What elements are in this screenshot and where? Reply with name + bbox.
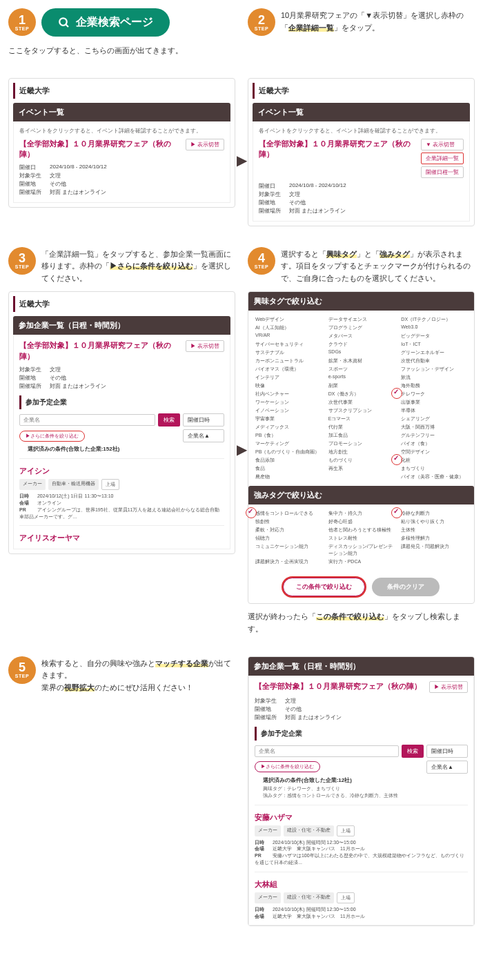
strength-tag[interactable]: 冷静な判断力 xyxy=(400,510,469,517)
interest-tag[interactable]: 映像 xyxy=(254,382,323,389)
interest-tag[interactable]: プログラミング xyxy=(327,324,396,331)
interest-tag[interactable]: テレワーク xyxy=(400,391,469,398)
interest-tag[interactable]: 農産物 xyxy=(254,473,323,480)
event-title[interactable]: 【全学部対象】１０月業界研究フェア（秋の陣） xyxy=(19,139,186,160)
interest-tag[interactable]: サブスクリプション xyxy=(327,407,396,414)
step-1-caption: ここをタップすると、こちらの画面が出てきます。 xyxy=(8,43,235,57)
interest-tag[interactable]: インテリア xyxy=(254,374,323,381)
interest-tag[interactable]: Eコマース xyxy=(327,415,396,422)
interest-tag[interactable]: 鉱業・水木資材 xyxy=(327,357,396,364)
interest-tag[interactable]: 半導体 xyxy=(400,407,469,414)
strength-tag[interactable]: 好奇心旺盛 xyxy=(327,518,396,525)
sort-name-select[interactable]: 企業名▲ xyxy=(183,429,224,442)
interest-tag[interactable]: 海外勤務 xyxy=(400,382,469,389)
interest-tag[interactable]: データサイエンス xyxy=(327,316,396,323)
strength-tag[interactable]: 主体性 xyxy=(400,527,469,533)
strength-tag[interactable]: 柔軟・対応力 xyxy=(254,527,323,533)
interest-tag[interactable]: 空間デザイン xyxy=(400,449,469,455)
interest-tag[interactable]: イノベーション xyxy=(254,407,323,414)
interest-tag[interactable]: 再生系 xyxy=(327,465,396,472)
interest-tag[interactable]: Web3.0 xyxy=(400,324,469,331)
interest-tag[interactable]: 地方創生 xyxy=(327,449,396,455)
interest-tag[interactable]: サステナブル xyxy=(254,349,323,356)
date-list-button[interactable]: 開催日程一覧 xyxy=(421,166,464,178)
interest-tag[interactable]: クラウド xyxy=(327,341,396,348)
interest-tag[interactable]: 宇宙事業 xyxy=(254,415,323,422)
apply-filter-button[interactable]: この条件で絞り込む xyxy=(283,578,365,596)
interest-tag[interactable]: ワーケーション xyxy=(254,399,323,406)
interest-tag[interactable]: PB（食） xyxy=(254,432,323,439)
strength-tag[interactable]: 粘り強くやり抜く力 xyxy=(400,518,469,525)
interest-tag[interactable]: SDGs xyxy=(327,349,396,356)
company-search-input-2[interactable] xyxy=(255,745,399,757)
company-aisin[interactable]: アイシン xyxy=(19,466,224,476)
strength-tag[interactable]: 多様性理解力 xyxy=(400,535,469,542)
interest-tag[interactable]: 加工食品 xyxy=(327,432,396,439)
strength-tag[interactable]: 感情をコントロールできる xyxy=(254,510,323,517)
strength-tag[interactable]: 課題解決力・企画実現力 xyxy=(254,558,323,565)
interest-tag[interactable]: 副業 xyxy=(327,382,396,389)
interest-tag[interactable]: 出版事業 xyxy=(400,399,469,406)
filter-more-button[interactable]: ▶さらに条件を絞り込む xyxy=(19,431,85,442)
interest-tag[interactable]: 次世代事業 xyxy=(327,399,396,406)
interest-tag[interactable]: ビッグデータ xyxy=(400,333,469,340)
strength-tag-grid[interactable]: 感情をコントロールできる集中力・持久力冷静な判断力独創性好奇心旺盛粘り強くやり抜… xyxy=(248,504,474,571)
strength-tag[interactable]: 実行力・PDCA xyxy=(327,558,396,565)
interest-tag[interactable]: DX（働き方） xyxy=(327,391,396,398)
strength-tag[interactable]: ストレス耐性 xyxy=(327,535,396,542)
interest-tag[interactable]: VR/AR xyxy=(254,333,323,340)
interest-tag[interactable]: 食品 xyxy=(254,465,323,472)
interest-tag[interactable] xyxy=(327,473,396,480)
strength-tag[interactable]: 傾聴力 xyxy=(254,535,323,542)
interest-tag[interactable]: 化粧 xyxy=(400,457,469,464)
interest-tag[interactable]: サイバーセキュリティ xyxy=(254,341,323,348)
interest-tag[interactable]: 旅流 xyxy=(400,374,469,381)
interest-tag[interactable]: Webデザイン xyxy=(254,316,323,323)
step-2-badge: 2 STEP xyxy=(248,8,275,36)
interest-tag[interactable]: グリーンエネルギー xyxy=(400,349,469,356)
interest-tag[interactable]: バイオ（食） xyxy=(400,440,469,447)
interest-tag[interactable]: まちづくり xyxy=(400,465,469,472)
interest-tag[interactable]: グルテンフリー xyxy=(400,432,469,439)
toggle-display-button[interactable]: ▶ 表示切替 xyxy=(186,139,224,150)
company-iris[interactable]: アイリスオーヤマ xyxy=(19,533,224,543)
interest-tag[interactable]: 大阪・関西万博 xyxy=(400,424,469,431)
interest-tag[interactable]: シェアリング xyxy=(400,415,469,422)
interest-tag[interactable]: ものづくり xyxy=(327,457,396,464)
interest-tag[interactable]: マーケティング xyxy=(254,440,323,447)
interest-tag[interactable]: 代行業 xyxy=(327,424,396,431)
search-button[interactable]: 検索 xyxy=(158,413,180,427)
interest-tag[interactable]: プロモーション xyxy=(327,440,396,447)
strength-tag[interactable]: 他者と関わろうとする積極性 xyxy=(327,527,396,533)
interest-tag[interactable]: バイオ（美容・医療・健康） xyxy=(400,473,469,480)
strength-tag[interactable] xyxy=(400,558,469,565)
interest-tag[interactable]: 食品添加 xyxy=(254,457,323,464)
interest-tag[interactable]: カーボンニュートラル xyxy=(254,357,323,364)
interest-tag[interactable]: ファッション・デザイン xyxy=(400,366,469,373)
interest-tag[interactable]: スポーツ xyxy=(327,366,396,373)
interest-tag[interactable]: e-sports xyxy=(327,374,396,381)
strength-tag[interactable]: 課題発見・問題解決力 xyxy=(400,543,469,557)
interest-tag[interactable]: バイオマス（環境） xyxy=(254,366,323,373)
interest-tag[interactable]: PB（ものづくり・自由商圏） xyxy=(254,449,323,455)
interest-tag[interactable]: AI（人工知能） xyxy=(254,324,323,331)
interest-tag[interactable]: メディアックス xyxy=(254,424,323,431)
interest-tag[interactable]: IoT・ICT xyxy=(400,341,469,348)
interest-tag[interactable]: DX（ITテクノロジー） xyxy=(400,316,469,323)
sort-date-select[interactable]: 開催日時 xyxy=(183,413,224,427)
company-detail-list-button[interactable]: 企業詳細一覧 xyxy=(421,153,464,164)
company-search-input[interactable] xyxy=(19,414,155,426)
strength-tag[interactable]: ディスカッション/プレゼンテーション能力 xyxy=(327,543,396,557)
company-search-pill[interactable]: 企業検索ページ xyxy=(41,8,170,37)
clear-filter-button[interactable]: 条件のクリア xyxy=(372,578,440,596)
interest-tag-grid[interactable]: WebデザインデータサイエンスDX（ITテクノロジー）AI（人工知能）プログラミ… xyxy=(248,311,474,486)
interest-tag[interactable]: 社内ベンチャー xyxy=(254,391,323,398)
strength-tag[interactable]: 集中力・持久力 xyxy=(327,510,396,517)
toggle-display-open[interactable]: ▼ 表示切替 xyxy=(421,139,464,150)
interest-tag[interactable]: 次世代自動車 xyxy=(400,357,469,364)
strength-tag[interactable]: 独創性 xyxy=(254,518,323,525)
strength-tag[interactable]: コミュニケーション能力 xyxy=(254,543,323,557)
interest-tag[interactable]: メタバース xyxy=(327,333,396,340)
company-ando[interactable]: 安藤ハザマ xyxy=(255,812,468,823)
company-obayashi[interactable]: 大林組 xyxy=(255,879,468,890)
